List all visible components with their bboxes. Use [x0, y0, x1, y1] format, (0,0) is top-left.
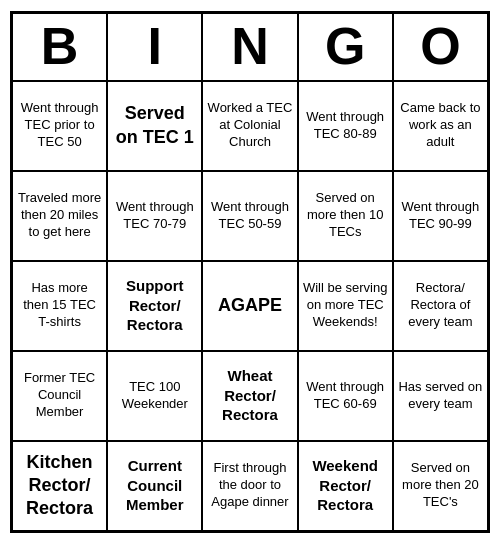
bingo-cell-21[interactable]: Current Council Member: [107, 441, 202, 531]
bingo-cell-8[interactable]: Served on more then 10 TECs: [298, 171, 393, 261]
header-g: G: [298, 13, 393, 80]
bingo-cell-18[interactable]: Went through TEC 60-69: [298, 351, 393, 441]
bingo-cell-16[interactable]: TEC 100 Weekender: [107, 351, 202, 441]
bingo-cell-7[interactable]: Went through TEC 50-59: [202, 171, 297, 261]
bingo-cell-19[interactable]: Has served on every team: [393, 351, 488, 441]
bingo-cell-15[interactable]: Former TEC Council Member: [12, 351, 107, 441]
bingo-cell-17[interactable]: Wheat Rector/ Rectora: [202, 351, 297, 441]
bingo-cell-20[interactable]: Kitchen Rector/ Rectora: [12, 441, 107, 531]
bingo-cell-10[interactable]: Has more then 15 TEC T-shirts: [12, 261, 107, 351]
bingo-cell-14[interactable]: Rectora/ Rectora of every team: [393, 261, 488, 351]
bingo-cell-0[interactable]: Went through TEC prior to TEC 50: [12, 81, 107, 171]
bingo-cell-2[interactable]: Worked a TEC at Colonial Church: [202, 81, 297, 171]
header-o: O: [393, 13, 488, 80]
bingo-cell-23[interactable]: Weekend Rector/ Rectora: [298, 441, 393, 531]
bingo-cell-1[interactable]: Served on TEC 1: [107, 81, 202, 171]
bingo-cell-24[interactable]: Served on more then 20 TEC's: [393, 441, 488, 531]
header-b: B: [12, 13, 107, 80]
bingo-card: B I N G O Went through TEC prior to TEC …: [10, 11, 490, 532]
bingo-cell-22[interactable]: First through the door to Agape dinner: [202, 441, 297, 531]
bingo-cell-4[interactable]: Came back to work as an adult: [393, 81, 488, 171]
header-n: N: [202, 13, 297, 80]
bingo-cell-6[interactable]: Went through TEC 70-79: [107, 171, 202, 261]
bingo-grid: Went through TEC prior to TEC 50Served o…: [12, 81, 488, 531]
bingo-header: B I N G O: [12, 13, 488, 80]
bingo-cell-11[interactable]: Support Rector/ Rectora: [107, 261, 202, 351]
bingo-cell-12[interactable]: AGAPE: [202, 261, 297, 351]
bingo-cell-9[interactable]: Went through TEC 90-99: [393, 171, 488, 261]
bingo-cell-5[interactable]: Traveled more then 20 miles to get here: [12, 171, 107, 261]
bingo-cell-3[interactable]: Went through TEC 80-89: [298, 81, 393, 171]
bingo-cell-13[interactable]: Will be serving on more TEC Weekends!: [298, 261, 393, 351]
header-i: I: [107, 13, 202, 80]
